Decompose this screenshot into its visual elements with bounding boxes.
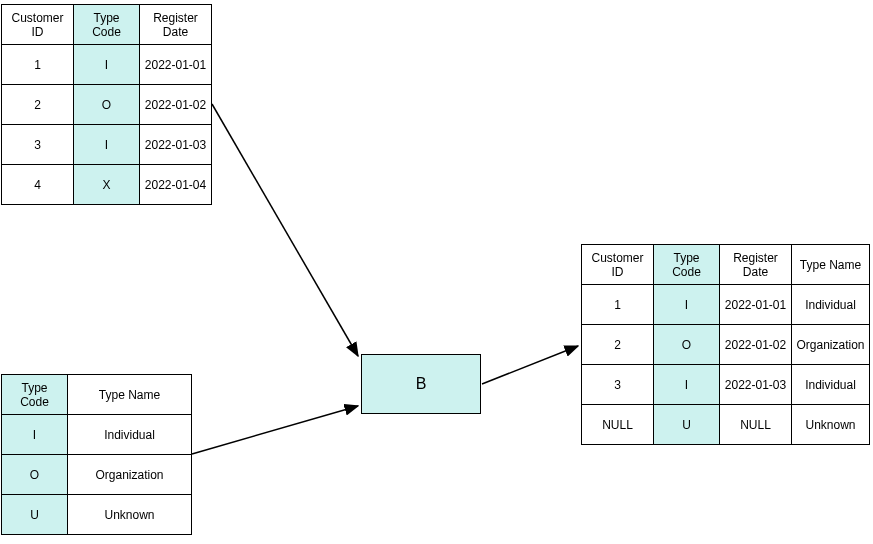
arrows-layer (0, 0, 873, 544)
arrow-customers-to-b (212, 104, 358, 356)
arrow-b-to-result (482, 346, 578, 384)
arrow-types-to-b (192, 406, 358, 454)
